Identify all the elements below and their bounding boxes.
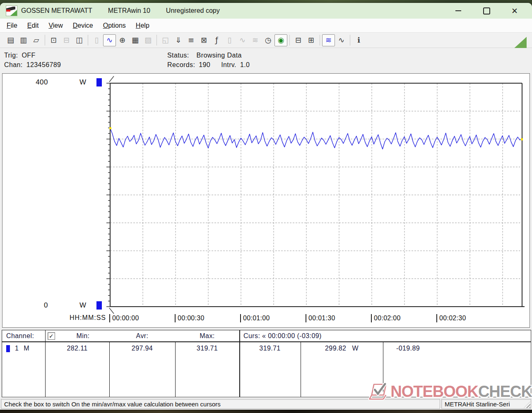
toolbar-separator <box>289 35 290 46</box>
analog-wave-icon: ∿ <box>239 36 246 44</box>
menu-file[interactable]: File <box>2 22 22 29</box>
chart-plot[interactable] <box>2 74 529 327</box>
min-value: 282.11 <box>45 344 109 353</box>
trig-label: Trig: <box>4 52 18 59</box>
min-header: Min: <box>57 330 109 341</box>
store-data-icon: ⇓ <box>175 36 181 44</box>
floppy-export-icon: ▤ <box>7 36 14 44</box>
channel1-marker-top[interactable] <box>96 78 102 86</box>
toolbar-separator <box>156 35 157 46</box>
tooltip-button[interactable]: ℹ <box>352 34 365 46</box>
interval-label: Intrv. <box>221 61 236 69</box>
toolbar-separator <box>88 35 88 46</box>
close-button[interactable]: ✕ <box>501 4 529 18</box>
table-view-button[interactable]: ▦ <box>129 34 142 46</box>
stopwatch-icon: ◉ <box>278 36 284 44</box>
memory-read-icon: ◫ <box>76 36 83 44</box>
formula-fx-icon: ƒ <box>215 36 218 44</box>
numeric-display-button[interactable]: ▯ <box>90 34 103 46</box>
minimize-button[interactable] <box>444 4 472 18</box>
export-window-button[interactable]: ◱ <box>159 34 172 46</box>
channel-number: 1 <box>15 345 19 352</box>
y-min-label: 0 <box>28 301 48 310</box>
statusbar: Check the box to switch On the min/avr/m… <box>0 398 532 410</box>
cursor2-value: 299.82 <box>325 345 346 352</box>
toolbar-group-print: ⊟ ⊞ <box>292 34 318 46</box>
menu-edit[interactable]: Edit <box>22 22 44 29</box>
zoom-cursor-button[interactable]: ∿ <box>335 34 348 46</box>
x-axis-label: 00:02:00 <box>371 313 401 324</box>
read-device-button[interactable]: ⊡ <box>47 34 60 46</box>
open-file-button[interactable]: ▱ <box>30 34 43 46</box>
menu-options[interactable]: Options <box>98 22 131 29</box>
x-axis-label: 00:00:30 <box>175 313 205 324</box>
pulse-wave-icon: ≋ <box>252 36 258 44</box>
cursor2-value-wrap: 299.82 W <box>301 344 383 353</box>
save-file-button[interactable]: ▥ <box>17 34 30 46</box>
x-tick-mark <box>109 314 110 322</box>
window-export-icon: ◱ <box>162 36 169 44</box>
device-panel-button[interactable]: ▯ <box>223 34 236 46</box>
histogram-icon: ▨ <box>144 36 152 44</box>
y-unit-bottom: W <box>79 301 87 310</box>
records-label: Records: <box>167 61 195 69</box>
numeric-display-icon: ▯ <box>95 36 99 44</box>
device-model: METRAHit Starline-Seri <box>445 401 510 408</box>
xy-chart-button[interactable]: ⊕ <box>116 34 129 46</box>
status-panel: Trig: OFF Chan: 123456789 Status: Browsi… <box>0 48 532 72</box>
resize-grip[interactable] <box>524 401 530 408</box>
statusbar-device-panel: METRAHit Starline-Seri <box>441 399 531 409</box>
titlebar[interactable]: GOSSEN METRAWATT METRAwin 10 Unregistere… <box>0 3 532 19</box>
stopwatch-button[interactable]: ◉ <box>274 34 287 46</box>
minmax-checkbox[interactable]: ✓ <box>48 332 55 340</box>
title-texts: GOSSEN METRAWATT METRAwin 10 Unregistere… <box>21 7 220 14</box>
monitor-button[interactable]: ⊠ <box>197 34 210 46</box>
x-tick-mark <box>175 314 176 322</box>
channel-setup-button[interactable]: ≡ <box>185 34 197 46</box>
crosshair-scope-icon: ⊕ <box>119 36 125 44</box>
read-memory-button[interactable]: ◫ <box>73 34 86 46</box>
app-icon <box>6 5 17 16</box>
write-device-button[interactable]: ⊟ <box>60 34 73 46</box>
channel-mode: M <box>24 345 29 352</box>
green-triangle-decoration <box>513 37 527 49</box>
histogram-button[interactable]: ▨ <box>142 34 154 46</box>
device-write-icon: ⊟ <box>63 36 70 44</box>
table-vline-cursor-section <box>239 330 240 397</box>
table-header-divider <box>2 341 531 342</box>
print-button[interactable]: ⊞ <box>305 34 318 46</box>
maximize-button[interactable] <box>472 4 501 18</box>
print-preview-button[interactable]: ⊟ <box>292 34 305 46</box>
toolbar-group-help: ℹ <box>352 34 365 46</box>
toolbar-separator <box>320 35 320 46</box>
yt-chart-button[interactable]: ∿ <box>103 34 116 46</box>
x-tick-mark <box>436 314 437 322</box>
toolbar: ▤ ▥ ▱ ⊡ ⊟ ◫ ▯ ∿ ⊕ ▦ ▨ ◱ ⇓ <box>0 33 532 48</box>
channel-setup-icon: ≡ <box>188 36 194 44</box>
export-file-button[interactable]: ▤ <box>4 34 17 46</box>
chart-panel: 400 W 0 W HH:MM:SS 00:00:00 00:00:30 00:… <box>2 73 530 328</box>
store-data-button[interactable]: ⇓ <box>172 34 185 46</box>
summary-table: Channel: ✓ Min: Avr: Max: Curs: « 00:00:… <box>2 330 531 397</box>
analog-wave-button[interactable]: ∿ <box>236 34 249 46</box>
data-table-icon: ▦ <box>132 36 139 44</box>
cursor-delta-value: -019.89 <box>396 344 479 353</box>
y-max-label: 400 <box>28 78 48 86</box>
menu-help[interactable]: Help <box>131 22 154 29</box>
menu-device[interactable]: Device <box>68 22 98 29</box>
time-settings-button[interactable]: ◷ <box>262 34 274 46</box>
formula-button[interactable]: ƒ <box>210 34 223 46</box>
toolbar-group-tools: ◱ ⇓ ≡ ⊠ ƒ ▯ ∿ ≋ ◷ ◉ <box>159 34 287 46</box>
table-vline <box>45 330 46 397</box>
toolbar-group-zoom: ≋ ∿ <box>322 34 348 46</box>
x-axis-label: 00:02:30 <box>436 313 466 324</box>
x-axis-labels: 00:00:00 00:00:30 00:01:00 00:01:30 00:0… <box>2 313 530 324</box>
trig-value: OFF <box>22 52 35 59</box>
pulse-wave-button[interactable]: ≋ <box>249 34 262 46</box>
info-bubble-icon: ℹ <box>357 36 360 44</box>
x-axis-row: HH:MM:SS 00:00:00 00:00:30 00:01:00 00:0… <box>2 313 530 324</box>
zoom-time-button[interactable]: ≋ <box>322 34 335 46</box>
menu-view[interactable]: View <box>43 22 67 29</box>
line-chart-icon: ∿ <box>106 36 113 44</box>
channel1-marker-bottom[interactable] <box>96 301 102 310</box>
